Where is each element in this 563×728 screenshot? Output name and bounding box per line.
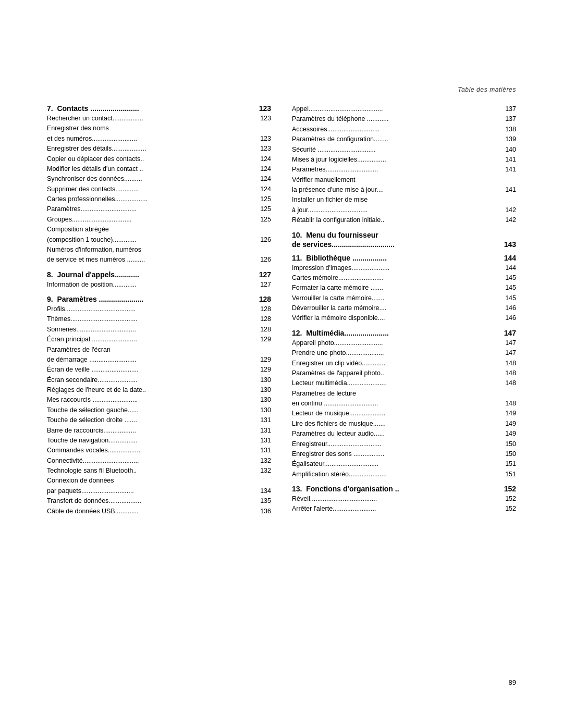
entry-page: 147 — [501, 348, 516, 358]
entry-text: Paramètres............................. — [292, 165, 501, 175]
entry-composition-1-touche: (composition 1 touche)............. 126 — [47, 235, 271, 245]
entry-page: 132 — [256, 466, 271, 476]
heading-fournisseur-page2: 143 — [504, 240, 516, 249]
page-header: Table des matières — [458, 86, 516, 93]
entry-page: 146 — [501, 313, 516, 323]
entry-text: Paramètres de l'écran — [47, 345, 256, 355]
entry-parametres-contacts: Paramètres..............................… — [47, 204, 271, 214]
entry-reglages-heure: Réglages de l'heure et de la date.. 130 — [47, 385, 271, 395]
entry-numeros-info: Numéros d'information, numéros — [47, 245, 271, 255]
entry-verifier-memoire: Vérifier la mémoire disponible.... 146 — [292, 313, 516, 323]
entry-text: Lire des fichiers de musique....... — [292, 419, 501, 429]
entry-text: Prendre une photo..................... — [292, 348, 501, 358]
entry-parametres-config: Paramètres de configuration........ 139 — [292, 134, 516, 144]
entry-page: 138 — [501, 125, 516, 134]
section-menu-fournisseur: 10. Menu du fournisseur de services.....… — [292, 231, 516, 249]
entry-text: de démarrage .......................... — [47, 355, 256, 365]
entry-text: Enregistreur............................… — [292, 439, 501, 449]
entry-text: Paramètres de lecture — [292, 389, 501, 399]
entry-text: Égalisateur.............................… — [292, 459, 501, 469]
entry-bluetooth: Technologie sans fil Bluetooth.. 132 — [47, 466, 271, 476]
entry-page: 149 — [501, 429, 516, 439]
entry-lecteur-musique: Lecteur de musique.................... 1… — [292, 409, 516, 418]
entry-text: Enregistrer un clip vidéo............. — [292, 359, 501, 368]
entry-page: 144 — [501, 263, 516, 273]
page-number: 89 — [509, 678, 516, 686]
entry-appareil-photo: Appareil photo..........................… — [292, 338, 516, 348]
entry-text: Appel...................................… — [292, 104, 501, 114]
entry-page: 147 — [501, 338, 516, 348]
entry-text: Touche de sélection droite ....... — [47, 415, 256, 425]
entry-text: Thèmes..................................… — [47, 314, 256, 324]
entry-page: 128 — [256, 314, 271, 324]
entry-text: Installer un fichier de mise — [292, 195, 501, 205]
entry-page: 148 — [501, 399, 516, 409]
entry-text: Supprimer des contacts............. — [47, 184, 256, 194]
entry-securite: Sécurité ...............................… — [292, 145, 516, 155]
entry-text: Accessoires............................. — [292, 125, 501, 134]
entry-page: 124 — [256, 184, 271, 194]
entry-text: Rechercher un contact................. — [47, 114, 256, 124]
heading-bibliotheque-page: 144 — [504, 254, 516, 262]
entry-page: 150 — [501, 449, 516, 459]
entry-text: Rétablir la configuration initiale.. — [292, 215, 501, 225]
heading-contacts-page: 123 — [259, 104, 271, 113]
heading-parametres-page: 128 — [259, 295, 271, 303]
entry-page: 131 — [256, 415, 271, 425]
entry-text: Paramètres..............................… — [47, 204, 256, 214]
entry-page: 128 — [256, 304, 271, 314]
entry-page: 131 — [256, 446, 271, 455]
section-contacts: 7. Contacts ........................ 123… — [47, 104, 271, 265]
entry-text: Information de position............. — [47, 280, 256, 290]
entry-ecran-secondaire: Écran secondaire...................... 1… — [47, 375, 271, 385]
entry-page: 130 — [256, 395, 271, 405]
content: 7. Contacts ........................ 123… — [47, 104, 516, 519]
entry-page: 148 — [501, 359, 516, 368]
entry-text: Câble de données USB............. — [47, 507, 256, 516]
entry-enregistreur: Enregistreur............................… — [292, 439, 516, 449]
entry-page: 130 — [256, 385, 271, 395]
entry-page: 134 — [256, 486, 271, 496]
entry-parametres-lecteur: Paramètres du lecteur audio...... 149 — [292, 429, 516, 439]
heading-contacts-text: 7. Contacts ........................ — [47, 104, 139, 113]
entry-text: Lecteur multimédia...................... — [292, 378, 501, 388]
entry-text: Cartes mémoire......................... — [292, 273, 501, 283]
entry-amplification: Amplification stéréo....................… — [292, 470, 516, 479]
entry-verifier-manuellement: Vérifier manuellement — [292, 175, 516, 185]
entry-page: 145 — [501, 293, 516, 303]
entry-text: Verrouiller la carte mémoire....... — [292, 293, 501, 303]
entry-par-paquets: par paquets.............................… — [47, 486, 271, 496]
heading-bibliotheque: 11. Bibliothèque ................. 144 — [292, 254, 516, 262]
entry-text: Touche de sélection gauche...... — [47, 405, 256, 415]
entry-cable-usb: Câble de données USB............. 136 — [47, 507, 271, 516]
entry-ecran-principal: Écran principal ........................… — [47, 335, 271, 344]
entry-verrouiller: Verrouiller la carte mémoire....... 145 — [292, 293, 516, 303]
entry-touche-gauche: Touche de sélection gauche...... 130 — [47, 405, 271, 415]
entry-page: 148 — [501, 368, 516, 378]
entry-mises-a-jour: Mises à jour logicielles................… — [292, 155, 516, 165]
entry-text: Sonneries...............................… — [47, 325, 256, 335]
entry-page: 129 — [256, 335, 271, 344]
entry-page: 141 — [501, 155, 516, 165]
entry-connexion-donnees: Connexion de données — [47, 476, 271, 486]
heading-fonctions-text: 13. Fonctions d'organisation .. — [292, 485, 399, 493]
entry-composition-abregee: Composition abrégée — [47, 225, 271, 235]
heading-fournisseur-text: 10. Menu du fournisseur — [292, 231, 378, 239]
entry-a-jour: à jour................................. … — [292, 205, 516, 215]
entry-page: 152 — [501, 504, 516, 514]
entry-text: Vérifier la mémoire disponible.... — [292, 313, 501, 323]
entry-text: (composition 1 touche)............. — [47, 235, 256, 245]
entry-page: 123 — [256, 134, 271, 144]
entry-prendre-photo: Prendre une photo..................... 1… — [292, 348, 516, 358]
left-column: 7. Contacts ........................ 123… — [47, 104, 271, 519]
heading-parametres-text: 9. Paramètres ...................... — [47, 295, 143, 303]
entry-page: 132 — [256, 456, 271, 466]
entry-page: 141 — [501, 165, 516, 175]
entry-page: 130 — [256, 405, 271, 415]
entry-page: 136 — [256, 507, 271, 516]
entry-text: de service et mes numéros .......... — [47, 255, 256, 265]
entry-service-numeros: de service et mes numéros .......... 126 — [47, 255, 271, 265]
entry-text: Paramètres du lecteur audio...... — [292, 429, 501, 439]
entry-text: Technologie sans fil Bluetooth.. — [47, 466, 256, 476]
entry-parametres-photo: Paramètres de l'appareil photo.. 148 — [292, 368, 516, 378]
